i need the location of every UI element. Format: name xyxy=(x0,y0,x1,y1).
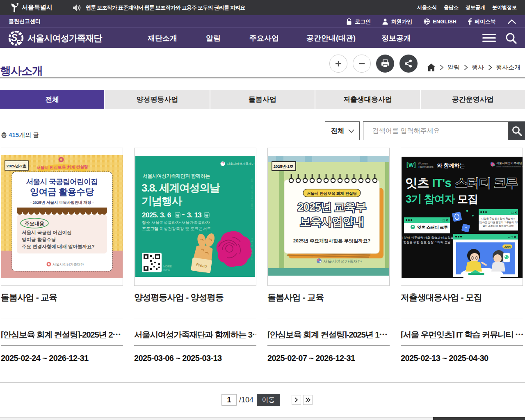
svg-text:프로그램 여성건강특강 및 토크콘서트: 프로그램 여성건강특강 및 토크콘서트 xyxy=(142,226,211,231)
svg-text:와 함께하는: 와 함께하는 xyxy=(437,162,465,169)
svg-text:서울시여성가족재단: 서울시여성가족재단 xyxy=(323,259,362,264)
svg-text:2025년-1호: 2025년-1호 xyxy=(274,164,294,169)
svg-text:기념행사: 기념행사 xyxy=(142,195,183,207)
svg-text:서울시 안심보육 회계 컨설팅: 서울시 안심보육 회계 컨설팅 xyxy=(307,191,357,196)
svg-text:보육사업안내: 보육사업안내 xyxy=(300,216,364,228)
svg-text:다양한 구성원과 함께 학습하여: 다양한 구성원과 함께 학습하여 xyxy=(481,217,515,220)
svg-text:Seoul Foundation of Women & Fa: Seoul Foundation of Women & Family xyxy=(496,166,523,168)
svg-text:잇츠 IT's: 잇츠 IT's xyxy=(405,176,451,189)
svg-text:성장하고 싶다면 모임의 크루원이 되어: 성장하고 싶다면 모임의 크루원이 되어 xyxy=(477,221,520,224)
svg-text:2025년 주요개정사항은 무엇일까요?: 2025년 주요개정사항은 무엇일까요? xyxy=(293,238,371,243)
svg-text:- 2025년 서울시 보육사업안내 개정 -: - 2025년 서울시 보육사업안내 개정 - xyxy=(30,200,94,205)
svg-text:목: 목 xyxy=(205,213,209,217)
svg-text:서울시여성가족재단과 함께하는: 서울시여성가족재단과 함께하는 xyxy=(143,173,210,179)
svg-text:3.8. 세계여성의날: 3.8. 세계여성의날 xyxy=(142,182,221,194)
svg-text:3.8 세계여성의날 기념행사: 3.8 세계여성의날 기념행사 xyxy=(251,178,253,210)
svg-text:서울시여성가족재단: 서울시여성가족재단 xyxy=(227,162,255,166)
svg-text:2025년-2호: 2025년-2호 xyxy=(7,164,27,168)
svg-text:주요내용: 주요내용 xyxy=(25,221,44,226)
svg-text:3기 참여자 모집: 3기 참여자 모집 xyxy=(406,193,478,205)
svg-text:INFO: INFO xyxy=(163,268,170,271)
svg-text:목: 목 xyxy=(176,213,180,217)
svg-text:서울시여성가족재단: 서울시여성가족재단 xyxy=(52,262,84,267)
svg-text:– □ ✕: – □ ✕ xyxy=(508,235,516,239)
svg-text:MORE: MORE xyxy=(163,265,172,268)
svg-text:2025년 교육부: 2025년 교육부 xyxy=(298,201,366,213)
svg-text:IT 분야 직무역량 강화 학습과 네트워크: IT 분야 직무역량 강화 학습과 네트워크 xyxy=(401,236,454,240)
svg-text:– □ ✕: – □ ✕ xyxy=(509,211,517,215)
svg-text:2025. 3. 6: 2025. 3. 6 xyxy=(142,211,171,219)
svg-text:스터디 크루: 스터디 크루 xyxy=(455,176,518,189)
svg-text:장소 서울여성플라자·서울가족플라자: 장소 서울여성플라자·서울가족플라자 xyxy=(142,220,210,225)
svg-text:Women: Women xyxy=(418,162,428,165)
svg-text:서울시 국공립어린이집: 서울시 국공립어린이집 xyxy=(26,178,98,186)
svg-text:~: ~ xyxy=(182,212,185,218)
svg-text:잉여금 활용수당: 잉여금 활용수당 xyxy=(30,187,94,197)
svg-text:열린 스터디에 참여해보세요!: 열린 스터디에 참여해보세요! xyxy=(482,225,514,227)
svg-text:3. 13: 3. 13 xyxy=(187,211,201,219)
svg-text:잇츠 스터디 크루: 잇츠 스터디 크루 xyxy=(417,225,448,230)
svg-text:Techmakers: Techmakers xyxy=(418,165,434,168)
svg-text:서울시 국공립 어린이집: 서울시 국공립 어린이집 xyxy=(22,230,71,235)
svg-text:서울시 안심보육 회계 컨설팅: 서울시 안심보육 회계 컨설팅 xyxy=(37,164,88,170)
svg-text:JOIN: JOIN xyxy=(504,245,510,248)
svg-text:– □ ✕: – □ ✕ xyxy=(440,219,448,222)
svg-text:[W]: [W] xyxy=(406,162,416,168)
svg-text:형성을 위한 상호 성장 스터디 모임: 형성을 위한 상호 성장 스터디 모임 xyxy=(403,240,450,244)
svg-text:주요 변경사항에 대해 알아볼까요?: 주요 변경사항에 대해 알아볼까요? xyxy=(22,244,95,249)
svg-text:서울시여성가족재단: 서울시여성가족재단 xyxy=(251,236,253,260)
svg-text:F: F xyxy=(16,39,21,46)
svg-text:잉여금 활용수당: 잉여금 활용수당 xyxy=(22,237,56,242)
svg-text:서울시여성가족재단: 서울시여성가족재단 xyxy=(496,162,522,165)
